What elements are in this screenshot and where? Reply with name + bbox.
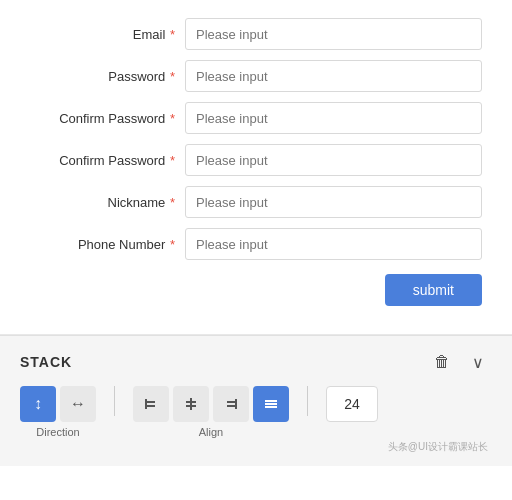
bottom-header: STACK 🗑 ∨ xyxy=(20,348,492,376)
svg-rect-7 xyxy=(227,401,235,403)
input-confirm-password-1[interactable] xyxy=(185,102,482,134)
svg-rect-4 xyxy=(186,401,196,403)
trash-icon[interactable]: 🗑 xyxy=(428,348,456,376)
form-row-email: Email * xyxy=(30,18,482,50)
align-justify-button[interactable] xyxy=(253,386,289,422)
svg-rect-2 xyxy=(147,405,155,407)
bottom-icons: 🗑 ∨ xyxy=(428,348,492,376)
direction-buttons: ↕ ↔ xyxy=(20,386,96,422)
label-email: Email * xyxy=(30,27,185,42)
required-star: * xyxy=(166,195,175,210)
align-group: Align xyxy=(133,386,289,438)
label-nickname: Nickname * xyxy=(30,195,185,210)
required-star: * xyxy=(166,27,175,42)
direction-label: Direction xyxy=(36,426,79,438)
chevron-down-icon[interactable]: ∨ xyxy=(464,348,492,376)
svg-rect-9 xyxy=(265,400,277,402)
required-star: * xyxy=(166,111,175,126)
separator-2 xyxy=(307,386,308,416)
label-confirm-password-1: Confirm Password * xyxy=(30,111,185,126)
form-section: Email *Password *Confirm Password *Confi… xyxy=(0,0,512,324)
input-phone[interactable] xyxy=(185,228,482,260)
input-email[interactable] xyxy=(185,18,482,50)
form-row-confirm-password-1: Confirm Password * xyxy=(30,102,482,134)
required-star: * xyxy=(166,237,175,252)
number-group xyxy=(326,386,378,422)
form-row-phone: Phone Number * xyxy=(30,228,482,260)
label-phone: Phone Number * xyxy=(30,237,185,252)
label-confirm-password-2: Confirm Password * xyxy=(30,153,185,168)
label-password: Password * xyxy=(30,69,185,84)
input-nickname[interactable] xyxy=(185,186,482,218)
submit-button[interactable]: submit xyxy=(385,274,482,306)
watermark: 头条@UI设计霸课站长 xyxy=(20,440,492,454)
align-label: Align xyxy=(199,426,223,438)
stack-label: STACK xyxy=(20,354,72,370)
svg-rect-0 xyxy=(145,399,147,409)
align-right-button[interactable] xyxy=(213,386,249,422)
svg-rect-8 xyxy=(227,405,235,407)
required-star: * xyxy=(166,153,175,168)
align-buttons xyxy=(133,386,289,422)
submit-row: submit xyxy=(30,274,482,306)
direction-vertical-button[interactable]: ↕ xyxy=(20,386,56,422)
input-password[interactable] xyxy=(185,60,482,92)
svg-rect-5 xyxy=(186,405,196,407)
svg-rect-1 xyxy=(147,401,155,403)
bottom-panel: STACK 🗑 ∨ ↕ ↔ Direction xyxy=(0,335,512,466)
bottom-toolbar: ↕ ↔ Direction xyxy=(20,386,492,438)
direction-group: ↕ ↔ Direction xyxy=(20,386,96,438)
svg-rect-6 xyxy=(235,399,237,409)
input-confirm-password-2[interactable] xyxy=(185,144,482,176)
svg-rect-3 xyxy=(190,398,192,410)
align-center-button[interactable] xyxy=(173,386,209,422)
direction-horizontal-button[interactable]: ↔ xyxy=(60,386,96,422)
form-row-nickname: Nickname * xyxy=(30,186,482,218)
form-row-password: Password * xyxy=(30,60,482,92)
number-input[interactable] xyxy=(326,386,378,422)
separator-1 xyxy=(114,386,115,416)
svg-rect-11 xyxy=(265,406,277,408)
form-row-confirm-password-2: Confirm Password * xyxy=(30,144,482,176)
svg-rect-10 xyxy=(265,403,277,405)
required-star: * xyxy=(166,69,175,84)
align-left-button[interactable] xyxy=(133,386,169,422)
